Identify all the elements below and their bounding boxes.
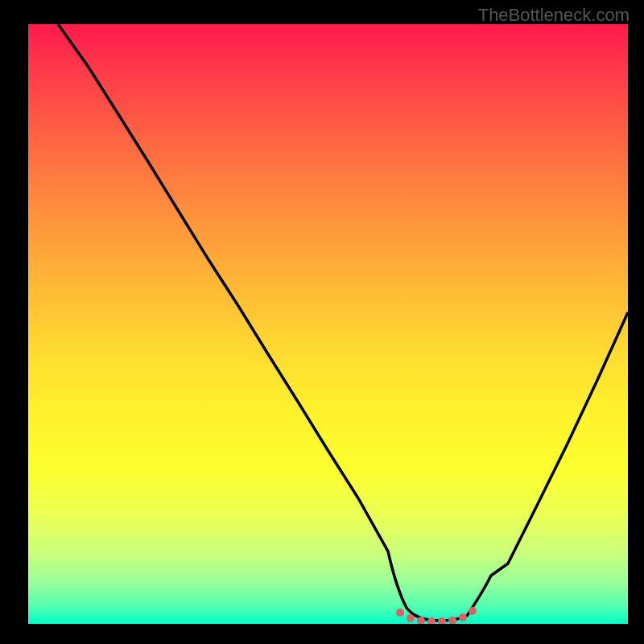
bottleneck-curve-line <box>58 24 628 621</box>
highlight-dot <box>396 609 404 617</box>
highlight-dot <box>427 617 436 624</box>
highlight-dot <box>448 617 456 624</box>
highlight-dot <box>459 613 467 621</box>
plot-area <box>28 24 628 624</box>
highlight-dot <box>469 607 477 615</box>
highlight-dot <box>438 617 446 624</box>
curve-svg <box>28 24 628 624</box>
highlight-dot <box>407 614 415 622</box>
watermark-text: TheBottleneck.com <box>478 5 630 26</box>
